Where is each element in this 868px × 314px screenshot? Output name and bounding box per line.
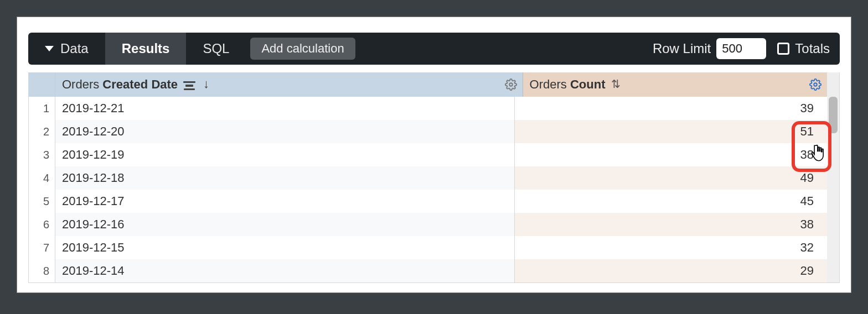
cell-count[interactable]: 38 [515, 143, 827, 166]
header-count-label: Orders Count [530, 77, 606, 92]
table-row: 42019-12-1849 [29, 166, 839, 190]
table-row: 22019-12-2051 [29, 120, 839, 143]
table-row: 12019-12-2139 [29, 97, 839, 120]
pivot-icon[interactable] [183, 81, 195, 91]
scrollbar-track[interactable] [827, 143, 839, 166]
row-limit-input[interactable] [716, 38, 766, 59]
scrollbar-track[interactable] [827, 166, 839, 190]
cell-rownum: 7 [29, 236, 55, 259]
svg-point-0 [509, 83, 513, 86]
cell-rownum: 3 [29, 143, 55, 166]
cell-count[interactable]: 51 [515, 120, 827, 143]
totals-group[interactable]: Totals [777, 41, 830, 56]
cell-rownum: 2 [29, 120, 55, 143]
sort-desc-icon[interactable]: ↓ [203, 77, 209, 91]
header-rownum [29, 72, 55, 97]
table-row: 52019-12-1745 [29, 190, 839, 213]
cell-rownum: 8 [29, 259, 55, 282]
scrollbar-track[interactable] [827, 213, 839, 236]
explore-panel: Data Results SQL Add calculation Row Lim… [17, 17, 851, 293]
caret-down-icon [45, 46, 54, 51]
cell-count[interactable]: 32 [515, 236, 827, 259]
add-calculation-button[interactable]: Add calculation [250, 38, 355, 60]
tab-sql[interactable]: SQL [186, 33, 246, 65]
scrollbar-track-header [827, 72, 839, 97]
table-row: 62019-12-1638 [29, 213, 839, 236]
cell-created-date[interactable]: 2019-12-15 [55, 236, 515, 259]
row-limit-label: Row Limit [653, 41, 711, 56]
totals-checkbox[interactable] [777, 43, 789, 55]
cell-created-date[interactable]: 2019-12-16 [55, 213, 515, 236]
cell-created-date[interactable]: 2019-12-18 [55, 166, 515, 190]
tab-data-label: Data [60, 41, 89, 56]
cell-count[interactable]: 39 [515, 97, 827, 120]
totals-label: Totals [795, 41, 830, 56]
table-row: 82019-12-1429 [29, 259, 839, 282]
cell-created-date[interactable]: 2019-12-20 [55, 120, 515, 143]
table-row: 72019-12-1532 [29, 236, 839, 259]
results-grid: Orders Created Date ↓ Orders Count ⇅ [28, 72, 840, 283]
grid-header-row: Orders Created Date ↓ Orders Count ⇅ [29, 72, 839, 97]
cell-created-date[interactable]: 2019-12-19 [55, 143, 515, 166]
header-count[interactable]: Orders Count ⇅ [523, 72, 827, 97]
gear-icon-date[interactable] [505, 78, 517, 91]
grid-body: 12019-12-213922019-12-205132019-12-19384… [29, 97, 839, 282]
svg-point-1 [814, 83, 817, 86]
cell-created-date[interactable]: 2019-12-14 [55, 259, 515, 282]
tab-results[interactable]: Results [105, 33, 187, 65]
cell-count[interactable]: 38 [515, 213, 827, 236]
scrollbar-track[interactable] [827, 236, 839, 259]
tab-sql-label: SQL [203, 41, 229, 56]
add-calculation-label: Add calculation [261, 41, 344, 56]
gear-icon-count[interactable] [809, 78, 822, 91]
cell-created-date[interactable]: 2019-12-21 [55, 97, 515, 120]
sort-swap-icon[interactable]: ⇅ [611, 77, 621, 91]
scrollbar-thumb[interactable] [829, 97, 838, 133]
scrollbar-track[interactable] [827, 259, 839, 282]
data-toolbar: Data Results SQL Add calculation Row Lim… [28, 33, 840, 65]
header-created-date-label: Orders Created Date [62, 77, 178, 92]
cell-rownum: 4 [29, 166, 55, 190]
cell-count[interactable]: 49 [515, 166, 827, 190]
cell-count[interactable]: 29 [515, 259, 827, 282]
cell-count[interactable]: 45 [515, 190, 827, 213]
table-row: 32019-12-1938 [29, 143, 839, 166]
tab-results-label: Results [122, 41, 170, 56]
cell-rownum: 5 [29, 190, 55, 213]
header-created-date[interactable]: Orders Created Date ↓ [55, 72, 523, 97]
cell-created-date[interactable]: 2019-12-17 [55, 190, 515, 213]
cell-rownum: 6 [29, 213, 55, 236]
row-limit-group: Row Limit [653, 38, 766, 59]
scrollbar-track[interactable] [827, 190, 839, 213]
tab-data[interactable]: Data [28, 33, 105, 65]
cell-rownum: 1 [29, 97, 55, 120]
